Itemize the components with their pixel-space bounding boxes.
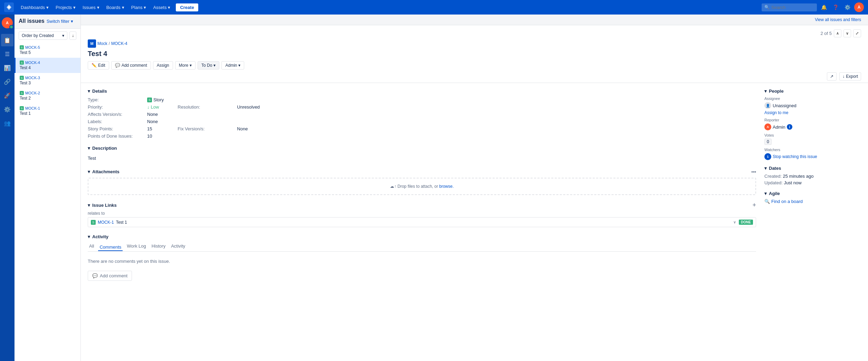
add-comment-bottom-button[interactable]: 💬 Add comment xyxy=(88,271,132,281)
switch-filter-button[interactable]: Switch filter ▾ xyxy=(47,19,73,24)
assignee-label: Assignee xyxy=(764,96,861,101)
labels-value: None xyxy=(147,119,164,124)
points-done-label: Points of Done Issues: xyxy=(88,133,143,139)
attachments-section-title[interactable]: ▾ Attachments ••• xyxy=(88,169,756,174)
sort-direction-button[interactable]: ↓ xyxy=(69,31,76,40)
issue-links-header: ▾ Issue Links + xyxy=(88,202,756,208)
expand-issue-button[interactable]: ⤢ xyxy=(853,29,861,37)
user-avatar[interactable]: A xyxy=(854,2,864,12)
dates-chevron-icon: ▾ xyxy=(764,166,767,171)
tab-activity[interactable]: Activity xyxy=(170,243,187,249)
fields-right: Resolution: Unresolved Fix Version/s: No… xyxy=(178,97,260,139)
tab-all[interactable]: All xyxy=(88,243,95,249)
search-input[interactable] xyxy=(762,3,817,11)
agile-section-title[interactable]: ▾ Agile xyxy=(764,191,861,196)
order-by-select[interactable]: Order by Created ▾ xyxy=(19,31,67,40)
view-all-issues-link[interactable]: View all issues and filters xyxy=(815,17,861,22)
sidebar-icon-releases[interactable]: 🚀 xyxy=(1,89,13,102)
issue-header: 2 of 5 ∧ ∨ ⤢ M Mock / MOCK-4 Test 4 xyxy=(81,25,868,83)
breadcrumb: M Mock / MOCK-4 xyxy=(88,39,861,48)
people-section-title[interactable]: ▾ People xyxy=(764,89,861,94)
reporter-field: Reporter A Admin i xyxy=(764,118,861,130)
jira-logo[interactable] xyxy=(4,2,14,12)
issue-key-mock1: S MOCK-1 xyxy=(20,106,76,110)
reporter-info-icon[interactable]: i xyxy=(787,124,792,130)
next-issue-button[interactable]: ∨ xyxy=(843,29,851,37)
panel-page-header: All issues Switch filter ▾ xyxy=(15,15,80,29)
nav-assets[interactable]: Assets ▾ xyxy=(150,0,173,15)
details-chevron-icon: ▾ xyxy=(88,89,90,94)
issue-title-mock4: Test 4 xyxy=(20,65,76,70)
linked-issue-title: Test 1 xyxy=(116,220,127,225)
issue-item-mock4[interactable]: S MOCK-4 Test 4 xyxy=(15,58,80,73)
attach-drop-area[interactable]: ☁↑ Drop files to attach, or browse. xyxy=(88,178,756,195)
add-comment-button[interactable]: 💬 Add comment xyxy=(111,61,151,70)
details-section-title[interactable]: ▾ Details xyxy=(88,89,756,94)
linked-story-icon: S xyxy=(91,220,96,225)
notifications-icon[interactable]: 🔔 xyxy=(819,2,829,12)
assign-button[interactable]: Assign xyxy=(153,61,173,70)
nav-boards[interactable]: Boards ▾ xyxy=(104,0,127,15)
issue-item-mock1[interactable]: S MOCK-1 Test 1 xyxy=(15,103,80,119)
story-icon-mock1: S xyxy=(20,106,24,110)
priority-label: Priority: xyxy=(88,104,143,110)
prev-issue-button[interactable]: ∧ xyxy=(834,29,841,37)
sidebar-project-avatar[interactable]: A xyxy=(2,17,13,28)
resolution-value: Unresolved xyxy=(237,97,260,117)
sidebar-icon-issues[interactable]: 🔗 xyxy=(1,75,13,88)
nav-projects[interactable]: Projects ▾ xyxy=(53,0,78,15)
stop-watching-link[interactable]: Stop watching this issue xyxy=(773,154,817,159)
main-layout: All issues Switch filter ▾ Order by Crea… xyxy=(15,15,868,361)
attachments-more-icon[interactable]: ••• xyxy=(751,169,756,174)
online-badge xyxy=(9,25,13,29)
linked-issue-item: S MOCK-1 Test 1 ∨ DONE xyxy=(88,217,756,227)
add-link-button[interactable]: + xyxy=(752,202,756,208)
linked-issue-expand[interactable]: ∨ xyxy=(733,220,736,224)
votes-label: Votes xyxy=(764,133,861,137)
order-row: Order by Created ▾ ↓ xyxy=(15,29,80,43)
find-board-link[interactable]: 🔍 Find on a board xyxy=(764,199,861,204)
sidebar-icon-reports[interactable]: 📊 xyxy=(1,62,13,74)
share-button[interactable]: ↗ xyxy=(827,72,837,81)
export-icon: ↓ xyxy=(842,74,845,79)
attachments-chevron-icon: ▾ xyxy=(88,169,90,174)
settings-icon[interactable]: ⚙️ xyxy=(842,2,852,12)
more-button[interactable]: More ▾ xyxy=(175,61,195,70)
issue-item-mock5[interactable]: S MOCK-5 Test 5 xyxy=(15,43,80,58)
edit-button[interactable]: ✏️ Edit xyxy=(88,61,109,70)
dates-section-title[interactable]: ▾ Dates xyxy=(764,166,861,171)
linked-issue-key[interactable]: MOCK-1 xyxy=(98,220,114,225)
issue-item-mock3[interactable]: S MOCK-3 Test 3 xyxy=(15,73,80,88)
tab-worklog[interactable]: Work Log xyxy=(125,243,147,249)
type-value: S Story xyxy=(147,97,164,102)
activity-section-title[interactable]: ▾ Activity xyxy=(88,234,756,239)
fix-versions-label: Fix Version/s: xyxy=(178,119,233,139)
created-label: Created: xyxy=(764,174,782,179)
story-icon-mock4: S xyxy=(20,61,24,65)
watchers-value: 1 Stop watching this issue xyxy=(764,153,861,160)
upload-icon: ☁↑ xyxy=(390,184,397,189)
sidebar-icon-board[interactable]: 📋 xyxy=(1,34,13,46)
admin-button[interactable]: Admin ▾ xyxy=(221,61,244,70)
create-button[interactable]: Create xyxy=(176,3,198,11)
export-button[interactable]: ↓ Export xyxy=(839,72,861,81)
status-button[interactable]: To Do ▾ xyxy=(198,61,219,70)
assign-me-link[interactable]: Assign to me xyxy=(764,110,861,115)
help-icon[interactable]: ❓ xyxy=(831,2,840,12)
nav-plans[interactable]: Plans ▾ xyxy=(128,0,149,15)
issue-links-title[interactable]: ▾ Issue Links xyxy=(88,203,117,208)
breadcrumb-key[interactable]: MOCK-4 xyxy=(111,41,127,46)
page-title-row: All issues Switch filter ▾ xyxy=(19,18,76,24)
sidebar-icon-teams[interactable]: 👥 xyxy=(1,117,13,129)
nav-issues[interactable]: Issues ▾ xyxy=(80,0,102,15)
issue-main-column: ▾ Details Type: S Story Priority: xyxy=(88,89,756,288)
tab-comments[interactable]: Comments xyxy=(98,244,123,251)
description-section-title[interactable]: ▾ Description xyxy=(88,146,756,151)
sidebar-icon-backlog[interactable]: ☰ xyxy=(1,48,13,60)
issue-item-mock2[interactable]: S MOCK-2 Test 2 xyxy=(15,88,80,103)
breadcrumb-project[interactable]: Mock xyxy=(97,41,107,46)
tab-history[interactable]: History xyxy=(150,243,167,249)
sidebar-icon-settings[interactable]: ⚙️ xyxy=(1,103,13,115)
browse-link[interactable]: browse. xyxy=(439,184,454,189)
nav-dashboards[interactable]: Dashboards ▾ xyxy=(18,0,51,15)
